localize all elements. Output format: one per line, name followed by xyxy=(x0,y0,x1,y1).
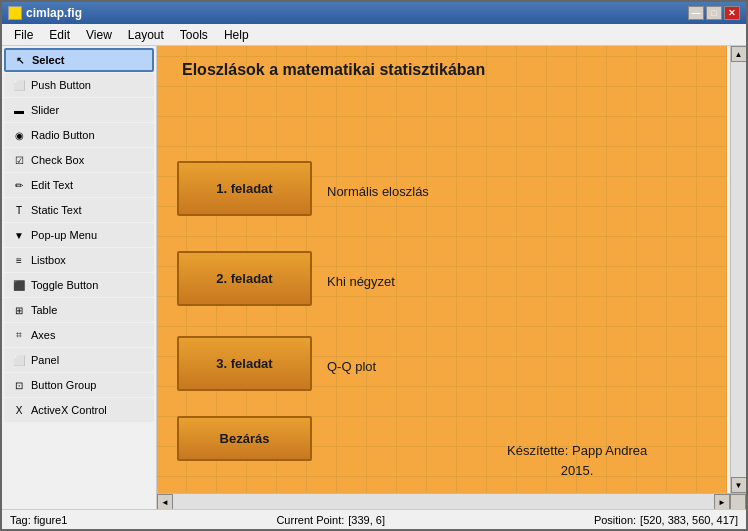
tool-edit-text[interactable]: ✏Edit Text xyxy=(4,173,154,197)
main-window: cimlap.fig — □ ✕ File Edit View Layout T… xyxy=(0,0,748,531)
maximize-button[interactable]: □ xyxy=(706,6,722,20)
canvas-title: Eloszlások a matematikai statisztikában xyxy=(182,61,712,79)
axes-icon: ⌗ xyxy=(11,327,27,343)
tool-slider[interactable]: ▬Slider xyxy=(4,98,154,122)
tool-button-group[interactable]: ⊡Button Group xyxy=(4,373,154,397)
current-point-value: [339, 6] xyxy=(348,514,385,526)
tool-activex-control[interactable]: XActiveX Control xyxy=(4,398,154,422)
check-box-icon: ☑ xyxy=(11,152,27,168)
scrollbar-vertical[interactable]: ▲ ▼ xyxy=(730,46,746,493)
push-button-label: Push Button xyxy=(31,79,91,91)
minimize-button[interactable]: — xyxy=(688,6,704,20)
scroll-up-button[interactable]: ▲ xyxy=(731,46,747,62)
feladat1-button[interactable]: 1. feladat xyxy=(177,161,312,216)
tool-toggle-button[interactable]: ⬛Toggle Button xyxy=(4,273,154,297)
tool-static-text[interactable]: TStatic Text xyxy=(4,198,154,222)
slider-label: Slider xyxy=(31,104,59,116)
tool-listbox[interactable]: ≡Listbox xyxy=(4,248,154,272)
title-buttons: — □ ✕ xyxy=(688,6,740,20)
canvas-wrapper: Eloszlások a matematikai statisztikában … xyxy=(157,46,746,509)
scroll-right-button[interactable]: ► xyxy=(714,494,730,509)
label-normaleloszlas: Normális eloszlás xyxy=(327,184,429,199)
tool-panel[interactable]: ⬜Panel xyxy=(4,348,154,372)
menu-edit[interactable]: Edit xyxy=(41,26,78,44)
tool-radio-button[interactable]: ◉Radio Button xyxy=(4,123,154,147)
scroll-track-horizontal[interactable] xyxy=(173,494,714,509)
select-label: Select xyxy=(32,54,64,66)
current-point-section: Current Point: [339, 6] xyxy=(276,514,385,526)
credit-text: Készítette: Papp Andrea 2015. xyxy=(507,441,647,480)
label-khinegyzet: Khi négyzet xyxy=(327,274,395,289)
bezaras-button[interactable]: Bezárás xyxy=(177,416,312,461)
position-value: [520, 383, 560, 417] xyxy=(640,514,738,526)
scroll-corner xyxy=(730,494,746,509)
menu-view[interactable]: View xyxy=(78,26,120,44)
scrollbar-horizontal[interactable]: ◄ ► xyxy=(157,493,746,509)
panel-label: Panel xyxy=(31,354,59,366)
tool-axes[interactable]: ⌗Axes xyxy=(4,323,154,347)
toggle-button-icon: ⬛ xyxy=(11,277,27,293)
scroll-down-button[interactable]: ▼ xyxy=(731,477,747,493)
menu-bar: File Edit View Layout Tools Help xyxy=(2,24,746,46)
tool-push-button[interactable]: ⬜Push Button xyxy=(4,73,154,97)
table-icon: ⊞ xyxy=(11,302,27,318)
window-title: cimlap.fig xyxy=(26,6,82,20)
radio-button-icon: ◉ xyxy=(11,127,27,143)
position-label: Position: xyxy=(594,514,636,526)
listbox-label: Listbox xyxy=(31,254,66,266)
menu-layout[interactable]: Layout xyxy=(120,26,172,44)
tool-check-box[interactable]: ☑Check Box xyxy=(4,148,154,172)
table-label: Table xyxy=(31,304,57,316)
label-qqplot: Q-Q plot xyxy=(327,359,376,374)
button-group-label: Button Group xyxy=(31,379,96,391)
button-group-icon: ⊡ xyxy=(11,377,27,393)
edit-text-icon: ✏ xyxy=(11,177,27,193)
tool-table[interactable]: ⊞Table xyxy=(4,298,154,322)
canvas-scroll[interactable]: Eloszlások a matematikai statisztikában … xyxy=(157,46,730,493)
popup-menu-icon: ▼ xyxy=(11,227,27,243)
title-bar-left: cimlap.fig xyxy=(8,6,82,20)
listbox-icon: ≡ xyxy=(11,252,27,268)
status-bar: Tag: figure1 Current Point: [339, 6] Pos… xyxy=(2,509,746,529)
menu-tools[interactable]: Tools xyxy=(172,26,216,44)
main-area: ↖Select⬜Push Button▬Slider◉Radio Button☑… xyxy=(2,46,746,509)
static-text-label: Static Text xyxy=(31,204,82,216)
scroll-left-button[interactable]: ◄ xyxy=(157,494,173,509)
push-button-icon: ⬜ xyxy=(11,77,27,93)
popup-menu-label: Pop-up Menu xyxy=(31,229,97,241)
feladat2-button[interactable]: 2. feladat xyxy=(177,251,312,306)
activex-control-label: ActiveX Control xyxy=(31,404,107,416)
tool-select[interactable]: ↖Select xyxy=(4,48,154,72)
check-box-label: Check Box xyxy=(31,154,84,166)
window-icon xyxy=(8,6,22,20)
axes-label: Axes xyxy=(31,329,55,341)
activex-control-icon: X xyxy=(11,402,27,418)
canvas: Eloszlások a matematikai statisztikában … xyxy=(157,46,727,493)
static-text-icon: T xyxy=(11,202,27,218)
select-icon: ↖ xyxy=(12,52,28,68)
slider-icon: ▬ xyxy=(11,102,27,118)
position-section: Position: [520, 383, 560, 417] xyxy=(594,514,738,526)
current-point-label: Current Point: xyxy=(276,514,344,526)
title-bar: cimlap.fig — □ ✕ xyxy=(2,2,746,24)
radio-button-label: Radio Button xyxy=(31,129,95,141)
panel-icon: ⬜ xyxy=(11,352,27,368)
menu-file[interactable]: File xyxy=(6,26,41,44)
close-button[interactable]: ✕ xyxy=(724,6,740,20)
edit-text-label: Edit Text xyxy=(31,179,73,191)
toggle-button-label: Toggle Button xyxy=(31,279,98,291)
menu-help[interactable]: Help xyxy=(216,26,257,44)
feladat3-button[interactable]: 3. feladat xyxy=(177,336,312,391)
toolbox: ↖Select⬜Push Button▬Slider◉Radio Button☑… xyxy=(2,46,157,509)
tag-label: Tag: figure1 xyxy=(10,514,67,526)
tool-popup-menu[interactable]: ▼Pop-up Menu xyxy=(4,223,154,247)
